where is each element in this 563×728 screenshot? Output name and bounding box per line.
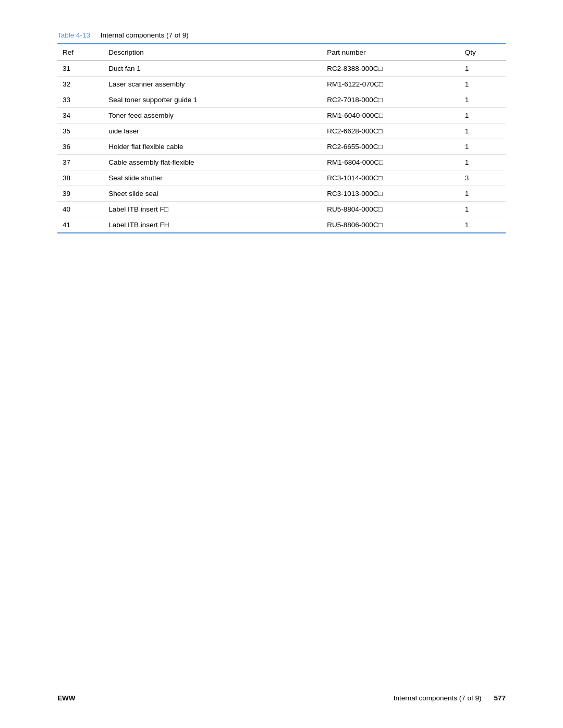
cell-part-number: RC2-7018-000C□: [322, 92, 460, 108]
cell-ref: 34: [57, 108, 103, 124]
footer-right: Internal components (7 of 9) 577: [394, 694, 506, 702]
cell-description: Toner feed assembly: [103, 108, 322, 124]
cell-qty: 3: [460, 170, 506, 186]
page-footer: EWW Internal components (7 of 9) 577: [57, 694, 506, 702]
table-header-row: Ref Description Part number Qty: [57, 44, 506, 61]
cell-description: Duct fan 1: [103, 61, 322, 77]
footer-section-desc: Internal components (7 of 9): [394, 694, 482, 702]
cell-part-number: RC2-6655-000C□: [322, 139, 460, 155]
cell-qty: 1: [460, 124, 506, 139]
table-row: 33Seal toner supporter guide 1RC2-7018-0…: [57, 92, 506, 108]
cell-description: Seal slide shutter: [103, 170, 322, 186]
cell-qty: 1: [460, 139, 506, 155]
cell-description: Laser scanner assembly: [103, 77, 322, 92]
cell-description: Cable assembly flat-flexible: [103, 155, 322, 170]
table-row: 40Label ITB insert F□RU5-8804-000C□1: [57, 202, 506, 217]
cell-part-number: RU5-8804-000C□: [322, 202, 460, 217]
table-title: Table 4-13 Internal components (7 of 9): [57, 31, 506, 39]
table-description: Internal components (7 of 9): [101, 31, 189, 39]
cell-part-number: RC3-1013-000C□: [322, 186, 460, 202]
cell-ref: 41: [57, 217, 103, 233]
table-row: 38Seal slide shutterRC3-1014-000C□3: [57, 170, 506, 186]
cell-description: uide laser: [103, 124, 322, 139]
cell-ref: 39: [57, 186, 103, 202]
table-row: 35uide laserRC2-6628-000C□1: [57, 124, 506, 139]
cell-ref: 33: [57, 92, 103, 108]
cell-ref: 36: [57, 139, 103, 155]
cell-ref: 38: [57, 170, 103, 186]
cell-part-number: RM1-6122-070C□: [322, 77, 460, 92]
cell-qty: 1: [460, 186, 506, 202]
table-number: Table 4-13: [57, 31, 90, 39]
table-row: 39Sheet slide sealRC3-1013-000C□1: [57, 186, 506, 202]
footer-left-label: EWW: [57, 694, 76, 702]
footer-page-number: 577: [494, 694, 506, 702]
header-ref: Ref: [57, 44, 103, 61]
table-row: 31Duct fan 1RC2-8388-000C□1: [57, 61, 506, 77]
header-part-number: Part number: [322, 44, 460, 61]
parts-table: Ref Description Part number Qty 31Duct f…: [57, 43, 506, 233]
header-description: Description: [103, 44, 322, 61]
cell-qty: 1: [460, 217, 506, 233]
cell-ref: 35: [57, 124, 103, 139]
page-content: Table 4-13 Internal components (7 of 9) …: [0, 0, 563, 275]
table-row: 34Toner feed assemblyRM1-6040-000C□1: [57, 108, 506, 124]
cell-part-number: RU5-8806-000C□: [322, 217, 460, 233]
cell-qty: 1: [460, 77, 506, 92]
cell-qty: 1: [460, 108, 506, 124]
cell-part-number: RM1-6804-000C□: [322, 155, 460, 170]
table-row: 32Laser scanner assemblyRM1-6122-070C□1: [57, 77, 506, 92]
table-row: 36Holder flat flexible cableRC2-6655-000…: [57, 139, 506, 155]
cell-ref: 37: [57, 155, 103, 170]
cell-description: Holder flat flexible cable: [103, 139, 322, 155]
cell-description: Sheet slide seal: [103, 186, 322, 202]
cell-qty: 1: [460, 202, 506, 217]
cell-part-number: RC2-6628-000C□: [322, 124, 460, 139]
cell-description: Seal toner supporter guide 1: [103, 92, 322, 108]
table-row: 37Cable assembly flat-flexibleRM1-6804-0…: [57, 155, 506, 170]
cell-description: Label ITB insert FH: [103, 217, 322, 233]
cell-part-number: RC2-8388-000C□: [322, 61, 460, 77]
cell-ref: 40: [57, 202, 103, 217]
cell-qty: 1: [460, 61, 506, 77]
cell-description: Label ITB insert F□: [103, 202, 322, 217]
cell-part-number: RM1-6040-000C□: [322, 108, 460, 124]
cell-ref: 31: [57, 61, 103, 77]
cell-qty: 1: [460, 92, 506, 108]
header-qty: Qty: [460, 44, 506, 61]
cell-qty: 1: [460, 155, 506, 170]
cell-ref: 32: [57, 77, 103, 92]
cell-part-number: RC3-1014-000C□: [322, 170, 460, 186]
table-row: 41Label ITB insert FHRU5-8806-000C□1: [57, 217, 506, 233]
